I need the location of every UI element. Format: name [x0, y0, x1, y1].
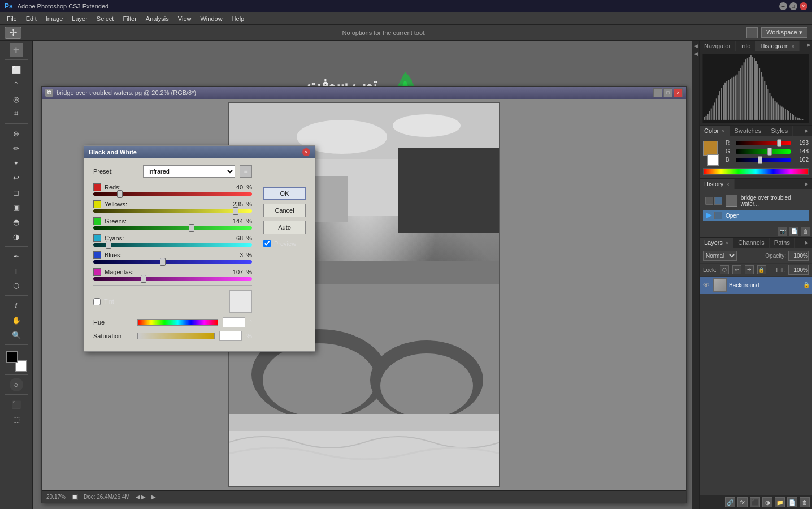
preset-menu-button[interactable]: ≡	[240, 165, 252, 178]
history-new-document-button[interactable]: 📄	[789, 227, 798, 236]
color-tab-close-icon[interactable]: ×	[722, 128, 724, 134]
doc-minimize-button[interactable]: –	[653, 88, 662, 97]
menu-window[interactable]: Window	[196, 14, 227, 23]
new-adjustment-button[interactable]: ◑	[762, 497, 772, 507]
crop-tool[interactable]: ⌗	[10, 107, 23, 120]
right-collapse-bar[interactable]: ◀ ◀	[692, 41, 699, 509]
link-layers-button[interactable]: 🔗	[725, 497, 735, 507]
screen-mode-2-button[interactable]: ⬚	[10, 412, 23, 426]
gradient-tool[interactable]: ▣	[10, 200, 23, 214]
text-tool[interactable]: T	[10, 264, 23, 278]
hand-tool[interactable]: ✋	[10, 313, 23, 327]
healing-brush-tool[interactable]: ⊕	[10, 127, 23, 140]
bw-preview-checkbox[interactable]	[263, 240, 271, 247]
history-delete-button[interactable]: 🗑	[801, 227, 810, 236]
bw-close-button[interactable]: ×	[302, 148, 310, 156]
lock-image-button[interactable]: ✏	[732, 265, 741, 274]
clone-stamp-tool[interactable]: ✦	[10, 156, 23, 170]
menu-image[interactable]: Image	[41, 14, 68, 23]
cyans-thumb[interactable]	[106, 241, 111, 249]
menu-edit[interactable]: Edit	[21, 14, 41, 23]
shape-tool[interactable]: ⬡	[10, 279, 23, 292]
menu-help[interactable]: Help	[227, 14, 249, 23]
history-item-open[interactable]: Open	[703, 210, 809, 221]
minimize-button[interactable]: –	[779, 2, 787, 10]
eraser-tool[interactable]: ◻	[10, 186, 23, 199]
menu-view[interactable]: View	[173, 14, 196, 23]
bw-auto-button[interactable]: Auto	[263, 221, 306, 234]
menu-filter[interactable]: Filter	[118, 14, 141, 23]
hue-input[interactable]	[223, 317, 245, 327]
saturation-input[interactable]	[219, 331, 242, 341]
yellows-thumb[interactable]	[233, 207, 238, 215]
quick-select-tool[interactable]: ◎	[10, 92, 23, 106]
layer-visibility-toggle[interactable]: 👁	[702, 281, 711, 290]
histogram-tab-close-icon[interactable]: ×	[792, 44, 794, 49]
fill-input[interactable]	[788, 265, 809, 275]
color-spectrum[interactable]	[703, 168, 809, 175]
close-button[interactable]: ×	[800, 2, 807, 10]
new-group-button[interactable]: 📁	[775, 497, 785, 507]
eyedropper-tool[interactable]: 𝒊	[10, 299, 23, 312]
blues-thumb[interactable]	[160, 258, 166, 266]
bw-ok-button[interactable]: OK	[263, 187, 306, 200]
tint-checkbox[interactable]	[93, 298, 101, 305]
brush-tool[interactable]: ✏	[10, 141, 23, 155]
menu-file[interactable]: File	[2, 14, 21, 23]
tab-histogram[interactable]: Histogram ×	[755, 41, 799, 51]
menu-analysis[interactable]: Analysis	[141, 14, 173, 23]
lock-all-button[interactable]: 🔒	[757, 265, 766, 274]
menu-layer[interactable]: Layer	[67, 14, 92, 23]
blend-mode-select[interactable]: Normal Dissolve Multiply Screen	[703, 251, 737, 261]
color-panel-menu[interactable]: ▶	[804, 127, 810, 135]
foreground-color-swatch[interactable]	[6, 351, 18, 363]
lock-position-button[interactable]: ✛	[745, 265, 754, 274]
g-thumb[interactable]	[767, 148, 772, 156]
tab-channels[interactable]: Channels	[733, 238, 769, 248]
layer-item-background[interactable]: 👁 Background 🔒	[700, 277, 812, 294]
workspace-button[interactable]: Workspace ▾	[761, 27, 807, 38]
maximize-button[interactable]: □	[789, 2, 797, 10]
pen-tool[interactable]: ✒	[10, 249, 23, 263]
reds-thumb[interactable]	[117, 190, 123, 198]
opacity-input[interactable]	[788, 251, 809, 261]
delete-layer-button[interactable]: 🗑	[800, 497, 810, 507]
move-tool[interactable]: ✛	[10, 43, 23, 57]
greens-thumb[interactable]	[189, 224, 194, 232]
history-tab-close-icon[interactable]: ×	[726, 182, 729, 187]
preset-select[interactable]: Infrared Default High Contrast Blue Filt…	[143, 165, 235, 178]
tab-paths[interactable]: Paths	[770, 238, 795, 248]
layers-tab-close-icon[interactable]: ×	[726, 240, 728, 246]
magentas-thumb[interactable]	[141, 275, 146, 283]
doc-close-button[interactable]: ×	[674, 88, 683, 97]
lock-transparent-button[interactable]: ⬡	[720, 265, 729, 274]
quick-mask-button[interactable]: ○	[10, 378, 23, 391]
document-controls[interactable]: – □ ×	[653, 88, 683, 97]
marquee-tool[interactable]: ⬜	[10, 63, 23, 76]
tab-swatches[interactable]: Swatches	[730, 126, 767, 136]
fg-swatch[interactable]	[703, 141, 718, 156]
menu-select[interactable]: Select	[92, 14, 119, 23]
tab-styles[interactable]: Styles	[766, 126, 793, 136]
doc-maximize-button[interactable]: □	[663, 88, 672, 97]
r-thumb[interactable]	[777, 139, 781, 147]
add-style-button[interactable]: fx	[737, 497, 748, 507]
blur-tool[interactable]: ◓	[10, 215, 23, 228]
titlebar-controls[interactable]: – □ ×	[779, 2, 807, 10]
tab-layers[interactable]: Layers ×	[700, 238, 733, 248]
history-new-snapshot-button[interactable]: 📷	[778, 227, 787, 236]
tab-info[interactable]: Info	[736, 41, 755, 51]
lasso-tool[interactable]: ⌃	[10, 77, 23, 91]
b-thumb[interactable]	[758, 156, 762, 164]
tab-history[interactable]: History ×	[700, 179, 735, 189]
g-slider[interactable]	[736, 149, 791, 154]
zoom-tool[interactable]: 🔍	[10, 328, 23, 342]
panel-menu-icon[interactable]: ▶	[806, 41, 812, 51]
b-slider[interactable]	[736, 158, 791, 162]
add-mask-button[interactable]: ⬛	[750, 497, 760, 507]
tab-color[interactable]: Color ×	[700, 126, 730, 136]
history-panel-menu[interactable]: ▶	[804, 180, 810, 188]
bg-swatch[interactable]	[707, 154, 719, 166]
new-layer-button[interactable]: 📄	[787, 497, 797, 507]
r-slider[interactable]	[736, 141, 791, 145]
